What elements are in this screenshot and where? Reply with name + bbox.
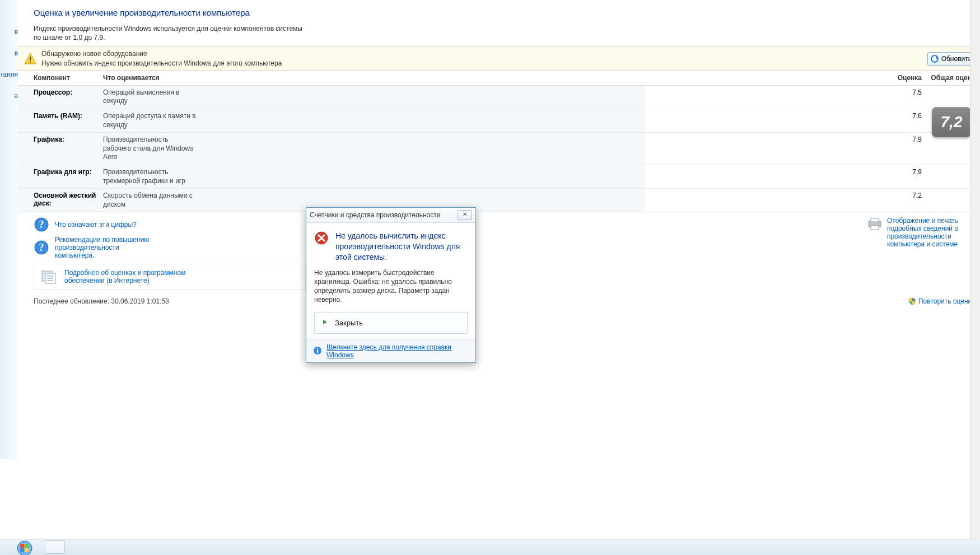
svg-rect-25 [20, 544, 24, 548]
svg-point-24 [17, 541, 32, 555]
table-row: Графика: Производительность рабочего сто… [18, 132, 980, 165]
sidebar: в в тания а [0, 0, 18, 459]
page-title: Оценка и увеличение производительности к… [34, 8, 980, 17]
svg-rect-23 [317, 348, 318, 349]
sidebar-item[interactable]: в [0, 28, 18, 36]
page-description: Индекс производительности Windows исполь… [34, 24, 302, 42]
dialog-headline: Не удалось вычислить индекс производител… [335, 231, 468, 263]
cell-component: Графика для игр: [34, 168, 103, 185]
cell-evaluated: Производительность рабочего стола для Wi… [103, 136, 198, 162]
close-icon: ✕ [463, 211, 467, 217]
what-numbers-link[interactable]: Что означают эти цифры? [55, 221, 137, 228]
warning-icon [24, 52, 37, 66]
sidebar-item[interactable]: тания [0, 71, 18, 78]
error-dialog: Счетчики и средства производительности ✕… [306, 207, 476, 363]
printer-icon [867, 218, 883, 230]
cell-score: 7,9 [888, 136, 930, 162]
print-details-link[interactable]: Отображение и печать подробных сведений … [887, 217, 973, 248]
svg-rect-2 [30, 62, 31, 63]
cell-evaluated: Операций вычисления в секунду [103, 88, 198, 106]
main-panel: Оценка и увеличение производительности к… [18, 0, 980, 459]
sidebar-item[interactable]: в [0, 49, 18, 57]
cell-evaluated: Скорость обмена данными с диском [103, 192, 215, 209]
th-score: Оценка [888, 74, 930, 82]
th-component: Компонент [34, 74, 103, 82]
taskbar-pin[interactable] [45, 540, 65, 554]
info-icon [313, 346, 322, 357]
start-button[interactable] [13, 540, 36, 555]
table-row: Основной жесткий диск: Скорость обмена д… [18, 188, 980, 212]
dialog-message: Не удалось измерить быстродействие храни… [314, 268, 468, 305]
dialog-title: Счетчики и средства производительности [310, 211, 440, 219]
refresh-label: Обновить [941, 55, 972, 63]
cell-evaluated: Производительность трехмерной графики и … [103, 168, 198, 185]
svg-text:?: ? [39, 219, 44, 230]
error-icon [314, 231, 329, 263]
svg-rect-11 [871, 226, 879, 230]
table-row: Графика для игр: Производительность трех… [18, 165, 980, 188]
help-icon: ? [34, 240, 49, 255]
svg-rect-1 [30, 57, 31, 60]
retry-link[interactable]: Повторить оценку [908, 297, 974, 305]
dialog-close-label: Закрыть [335, 319, 363, 327]
svg-rect-27 [20, 548, 24, 552]
svg-rect-10 [871, 218, 879, 222]
software-details-link[interactable]: Подробнее об оценках и программном обесп… [64, 269, 188, 285]
refresh-button[interactable]: Обновить [927, 52, 977, 66]
cell-score: 7,2 [888, 192, 930, 209]
sidebar-item[interactable]: а [0, 92, 18, 100]
recommendations-link[interactable]: Рекомендации по повышению производительн… [55, 236, 156, 259]
svg-marker-20 [323, 320, 327, 324]
cell-component: Графика: [34, 136, 103, 162]
help-icon: ? [34, 217, 49, 232]
cell-score: 7,6 [888, 112, 930, 129]
arrow-right-icon [321, 318, 329, 328]
shield-icon [908, 297, 916, 305]
cell-component: Основной жесткий диск: [34, 192, 103, 209]
table-row: Память (RAM): Операций доступа к памяти … [18, 109, 980, 132]
th-evaluated: Что оценивается [103, 74, 888, 82]
warning-line2: Нужно обновить индекс производительности… [41, 59, 282, 68]
warning-bar: Обнаружено новое оборудование Нужно обно… [18, 46, 980, 70]
overall-score-badge: 7,2 [932, 107, 971, 141]
cell-component: Память (RAM): [34, 112, 103, 129]
dialog-close-button[interactable]: ✕ [458, 210, 472, 220]
table-header: Компонент Что оценивается Оценка Общая о… [18, 71, 980, 86]
dialog-close-action[interactable]: Закрыть [314, 312, 468, 334]
table-row: Процессор: Операций вычисления в секунду… [18, 86, 980, 109]
table-body: Процессор: Операций вычисления в секунду… [18, 86, 980, 213]
software-details-box[interactable]: Подробнее об оценках и программном обесп… [34, 264, 306, 290]
dialog-help-link[interactable]: Щелкните здесь для получения справки Win… [326, 343, 469, 359]
retry-label: Повторить оценку [918, 297, 974, 305]
svg-rect-22 [317, 350, 318, 353]
cell-score: 7,9 [888, 168, 930, 185]
cell-evaluated: Операций доступа к памяти в секунду [103, 112, 198, 129]
overall-score: 7,2 [941, 113, 963, 131]
warning-line1: Обнаружено новое оборудование [41, 49, 282, 58]
taskbar[interactable] [0, 539, 980, 555]
svg-point-3 [931, 55, 938, 62]
cell-score: 7,5 [888, 88, 930, 106]
refresh-icon [930, 54, 939, 63]
software-icon [41, 269, 57, 285]
scrollbar[interactable] [970, 0, 980, 539]
svg-rect-26 [25, 544, 29, 548]
last-updated: Последнее обновление: 30.06.2019 1:01:58 [34, 297, 169, 305]
svg-rect-28 [25, 548, 29, 552]
cell-component: Процессор: [34, 88, 103, 106]
svg-text:?: ? [39, 242, 44, 253]
